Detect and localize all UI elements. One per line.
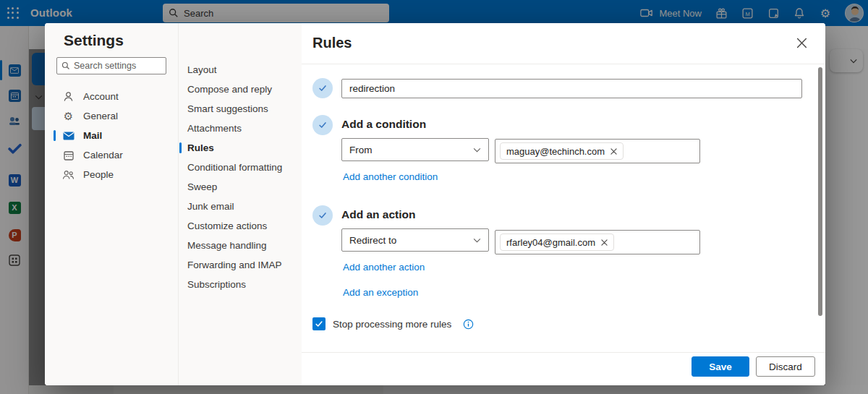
category-subscriptions[interactable]: Subscriptions: [179, 275, 302, 294]
category-message-handling[interactable]: Message handling: [179, 236, 302, 255]
settings-nav-calendar[interactable]: Calendar: [45, 145, 178, 165]
header-divider: [302, 64, 825, 64]
action-selector-value: Redirect to: [349, 235, 396, 246]
action-chip: rfarley04@gmail.com: [500, 234, 614, 251]
chevron-down-icon: [473, 147, 481, 153]
condition-selector[interactable]: From: [341, 138, 489, 161]
add-another-condition-link[interactable]: Add another condition: [343, 171, 438, 182]
settings-nav-general[interactable]: ⚙ General: [45, 106, 178, 126]
people-icon: [62, 170, 75, 179]
stop-processing-row: Stop processing more rules: [312, 317, 474, 330]
stop-processing-label: Stop processing more rules: [333, 319, 451, 330]
category-label: Attachments: [187, 123, 242, 134]
settings-nav-label: Account: [83, 91, 119, 102]
category-customize-actions[interactable]: Customize actions: [179, 216, 302, 236]
condition-value-field[interactable]: maguay@techinch.com: [495, 139, 700, 163]
discard-button[interactable]: Discard: [756, 356, 815, 377]
add-an-exception-link[interactable]: Add an exception: [343, 287, 418, 298]
mail-icon: [62, 132, 75, 140]
chevron-down-icon: [473, 238, 481, 243]
settings-search-box[interactable]: [56, 57, 166, 74]
category-attachments[interactable]: Attachments: [179, 119, 302, 138]
condition-chip: maguay@techinch.com: [500, 142, 624, 160]
settings-nav-label: Calendar: [83, 150, 123, 160]
category-smart-suggestions[interactable]: Smart suggestions: [179, 99, 302, 119]
category-label: Compose and reply: [187, 84, 272, 95]
mail-categories-column: Layout Compose and reply Smart suggestio…: [179, 23, 302, 385]
condition-heading: Add a condition: [341, 118, 426, 131]
category-sweep[interactable]: Sweep: [179, 177, 302, 197]
category-junk-email[interactable]: Junk email: [179, 197, 302, 216]
remove-chip-icon[interactable]: [610, 148, 617, 155]
rule-name-step-badge: [312, 78, 333, 98]
settings-nav-people[interactable]: People: [45, 165, 178, 184]
category-label: Forwarding and IMAP: [187, 260, 282, 270]
settings-nav-list: Account ⚙ General Mail Calendar: [45, 87, 178, 184]
category-rules[interactable]: Rules: [179, 138, 302, 158]
rule-name-input[interactable]: [341, 79, 802, 98]
category-conditional-formatting[interactable]: Conditional formatting: [179, 158, 302, 177]
action-chip-label: rfarley04@gmail.com: [506, 237, 595, 248]
info-icon[interactable]: [463, 319, 474, 330]
settings-nav-column: Settings Account ⚙ General: [45, 23, 179, 385]
outlook-app: Outlook Search Meet Now M: [0, 0, 868, 394]
category-label: Subscriptions: [187, 279, 246, 290]
person-icon: [62, 91, 75, 102]
category-label: Smart suggestions: [187, 103, 268, 114]
settings-nav-label: People: [83, 169, 114, 180]
search-icon: [61, 61, 70, 70]
action-value-field[interactable]: rfarley04@gmail.com: [495, 230, 700, 254]
category-compose-and-reply[interactable]: Compose and reply: [179, 80, 302, 99]
category-label: Customize actions: [187, 220, 267, 231]
rules-pane-title: Rules: [312, 35, 352, 51]
action-step-badge: [312, 205, 333, 226]
settings-nav-mail[interactable]: Mail: [45, 126, 178, 145]
settings-search-input[interactable]: [74, 61, 161, 71]
settings-title: Settings: [64, 32, 124, 49]
settings-dialog: Settings Account ⚙ General: [45, 23, 825, 385]
footer-divider: [302, 352, 825, 353]
condition-chip-label: maguay@techinch.com: [506, 146, 605, 157]
condition-selector-value: From: [349, 145, 373, 155]
category-label: Message handling: [187, 240, 267, 251]
settings-nav-label: General: [83, 111, 118, 121]
category-label: Conditional formatting: [187, 162, 282, 173]
save-button[interactable]: Save: [692, 356, 749, 377]
category-label: Rules: [187, 142, 214, 153]
category-label: Layout: [187, 64, 217, 75]
pane-scrollbar[interactable]: [818, 67, 822, 316]
category-label: Junk email: [187, 201, 234, 212]
gear-icon: ⚙: [62, 110, 75, 123]
category-forwarding-and-imap[interactable]: Forwarding and IMAP: [179, 255, 302, 275]
settings-nav-account[interactable]: Account: [45, 87, 178, 106]
close-button[interactable]: [793, 35, 809, 51]
add-another-action-link[interactable]: Add another action: [343, 262, 425, 273]
stop-processing-checkbox[interactable]: [312, 317, 326, 330]
calendar-icon: [62, 150, 75, 160]
action-selector[interactable]: Redirect to: [341, 228, 489, 252]
category-layout[interactable]: Layout: [179, 60, 302, 80]
remove-chip-icon[interactable]: [601, 239, 608, 246]
category-label: Sweep: [187, 181, 217, 192]
settings-nav-label: Mail: [83, 130, 102, 141]
rules-pane: Rules Add a condition From: [302, 23, 825, 385]
action-heading: Add an action: [341, 208, 415, 221]
close-icon: [796, 38, 807, 48]
condition-step-badge: [312, 115, 333, 135]
